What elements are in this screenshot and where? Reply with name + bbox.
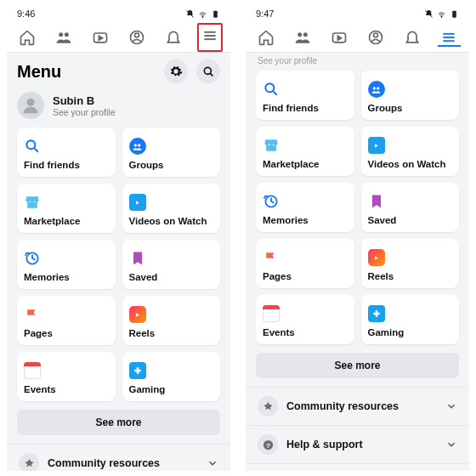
tile-gaming[interactable]: Gaming: [361, 295, 460, 344]
menu-screen: Menu Subin B See your profile Find frien…: [7, 53, 230, 471]
tab-home[interactable]: [8, 29, 45, 46]
svg-rect-2: [213, 10, 218, 17]
svg-text:?: ?: [266, 441, 270, 449]
watch-icon: [368, 137, 385, 154]
screenshot-right: 9:47 See your profile Find friends Group…: [246, 5, 469, 471]
chevron-down-icon: [445, 439, 457, 450]
svg-line-33: [274, 92, 277, 95]
gaming-icon: [129, 362, 146, 379]
svg-point-11: [204, 67, 211, 74]
tile-groups[interactable]: Groups: [361, 71, 460, 120]
pages-icon: [24, 306, 41, 323]
search-people-icon: [24, 138, 41, 155]
top-nav: [7, 22, 230, 53]
status-bar: 9:47: [246, 5, 469, 22]
tile-pages[interactable]: Pages: [256, 239, 354, 288]
tab-menu[interactable]: [192, 23, 229, 52]
top-nav: [246, 22, 469, 53]
search-button[interactable]: [196, 60, 220, 83]
tab-notifications[interactable]: [156, 29, 192, 46]
tile-saved[interactable]: Saved: [361, 183, 460, 232]
wifi-icon: [437, 9, 446, 19]
section-help[interactable]: ? Help & support: [246, 425, 469, 463]
marketplace-icon: [24, 194, 41, 211]
bell-off-icon: [185, 9, 195, 19]
watch-icon: [129, 194, 146, 211]
bell-off-icon: [424, 9, 434, 19]
page-title: Menu: [17, 62, 61, 82]
tab-friends[interactable]: [284, 29, 320, 46]
community-icon: [258, 396, 278, 416]
svg-point-3: [59, 32, 63, 37]
clock: 9:47: [256, 8, 274, 19]
tile-marketplace[interactable]: Marketplace: [17, 184, 116, 233]
tile-gaming[interactable]: Gaming: [122, 352, 221, 401]
search-icon: [201, 65, 215, 78]
svg-point-7: [135, 33, 139, 37]
reels-icon: [129, 306, 146, 323]
community-icon: [19, 453, 39, 471]
tile-reels[interactable]: Reels: [122, 296, 221, 345]
svg-point-28: [374, 33, 378, 37]
section-community[interactable]: Community resources: [7, 444, 230, 471]
svg-rect-23: [452, 10, 456, 17]
status-bar: 9:46: [7, 5, 230, 22]
tile-find-friends[interactable]: Find friends: [256, 71, 354, 120]
svg-point-16: [134, 144, 137, 146]
tile-events[interactable]: Events: [17, 352, 116, 401]
svg-point-4: [65, 32, 69, 37]
profile-subtitle: See your profile: [53, 107, 116, 117]
screenshot-left: 9:46 Menu Subin B: [7, 5, 230, 471]
section-settings-privacy[interactable]: Settings & Privacy: [246, 463, 469, 471]
tab-home[interactable]: [247, 29, 284, 46]
gaming-icon: [368, 305, 385, 322]
events-icon: [24, 362, 41, 379]
events-icon: [263, 305, 280, 322]
tile-pages[interactable]: Pages: [17, 296, 116, 345]
svg-point-13: [26, 99, 34, 106]
search-people-icon: [263, 81, 280, 98]
see-more-button[interactable]: See more: [17, 410, 220, 435]
tab-menu[interactable]: [431, 29, 468, 46]
tile-memories[interactable]: Memories: [256, 183, 354, 232]
tab-friends[interactable]: [45, 29, 82, 46]
clock: 9:46: [17, 8, 35, 19]
reels-icon: [368, 249, 385, 266]
profile-name: Subin B: [53, 94, 116, 107]
memories-icon: [24, 250, 41, 267]
see-more-button[interactable]: See more: [256, 353, 459, 378]
chevron-down-icon: [445, 400, 457, 412]
tab-profile[interactable]: [119, 29, 156, 46]
tab-profile[interactable]: [358, 29, 394, 46]
tile-marketplace[interactable]: Marketplace: [256, 127, 354, 176]
svg-line-12: [210, 73, 212, 76]
svg-point-17: [138, 144, 140, 146]
tile-memories[interactable]: Memories: [17, 240, 116, 289]
svg-point-35: [377, 87, 379, 89]
tile-events[interactable]: Events: [256, 295, 354, 344]
svg-point-1: [202, 16, 203, 17]
tile-videos[interactable]: Videos on Watch: [361, 127, 460, 176]
tab-notifications[interactable]: [394, 29, 431, 46]
tile-videos[interactable]: Videos on Watch: [122, 184, 221, 233]
tile-reels[interactable]: Reels: [361, 239, 460, 288]
wifi-icon: [198, 9, 207, 19]
tab-watch[interactable]: [320, 29, 357, 46]
svg-point-25: [303, 32, 308, 37]
status-icons: [185, 9, 220, 19]
svg-point-14: [26, 140, 35, 149]
tile-find-friends[interactable]: Find friends: [17, 128, 116, 177]
shortcut-grid: Find friends Groups Marketplace Videos o…: [246, 71, 469, 344]
hamburger-icon: [440, 29, 457, 46]
profile-subtitle-fragment: See your profile: [246, 53, 469, 71]
highlight-menu-tab: [197, 23, 223, 52]
tile-saved[interactable]: Saved: [122, 240, 221, 289]
tile-groups[interactable]: Groups: [122, 128, 221, 177]
svg-point-32: [265, 83, 274, 92]
section-community[interactable]: Community resources: [246, 387, 469, 425]
tab-watch[interactable]: [82, 29, 118, 46]
profile-row[interactable]: Subin B See your profile: [7, 87, 230, 128]
battery-icon: [211, 9, 220, 19]
settings-button[interactable]: [164, 60, 188, 83]
menu-screen-scrolled: See your profile Find friends Groups Mar…: [246, 53, 469, 471]
